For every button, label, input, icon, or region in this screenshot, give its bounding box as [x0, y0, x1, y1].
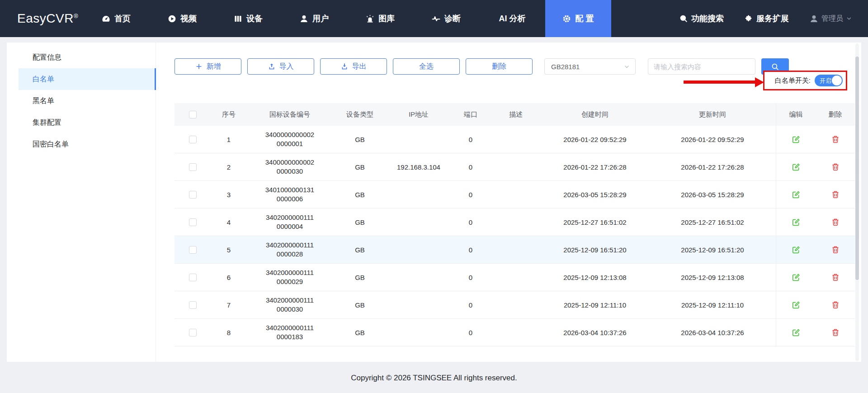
- whitelist-toggle-state: 开启: [820, 77, 831, 85]
- trash-icon[interactable]: [831, 246, 840, 254]
- cell-device-type: GB: [333, 208, 387, 236]
- device-id-line2: 0000030: [277, 305, 303, 314]
- row-checkbox[interactable]: [189, 163, 197, 171]
- row-checkbox[interactable]: [189, 218, 197, 226]
- sidebar-item-label: 配置信息: [33, 53, 61, 62]
- device-id-line1: 3402000000111: [266, 268, 314, 277]
- cell-ip: [387, 319, 450, 346]
- device-id-line2: 0000030: [277, 167, 303, 176]
- edit-icon[interactable]: [792, 163, 800, 171]
- top-navbar: EasyCVR® 首页视频设备用户图库诊断AI 分析配 置 功能搜索服务扩展 管…: [0, 0, 868, 37]
- select-all-button[interactable]: 全选: [393, 58, 460, 75]
- cell-edit: [776, 126, 816, 153]
- nav-item-user[interactable]: 用户: [281, 0, 347, 37]
- edit-icon[interactable]: [792, 218, 800, 227]
- cell-index: 3: [211, 181, 247, 208]
- cell-port: 0: [450, 181, 491, 208]
- edit-icon[interactable]: [792, 301, 800, 309]
- search-input[interactable]: [648, 58, 755, 75]
- trash-icon[interactable]: [831, 163, 840, 171]
- cell-index: 7: [211, 291, 247, 318]
- trash-icon[interactable]: [831, 328, 840, 336]
- cell-ip: 192.168.3.104: [387, 153, 450, 180]
- export-button[interactable]: 导出: [320, 58, 387, 75]
- nav-item-device[interactable]: 设备: [215, 0, 281, 37]
- sidebar-item-3[interactable]: 集群配置: [19, 112, 156, 133]
- device-id-line2: 0000183: [277, 332, 303, 341]
- cell-created: 2026-01-22 17:26:28: [541, 153, 649, 180]
- sidebar-item-1[interactable]: 白名单: [19, 68, 156, 90]
- cell-desc: [491, 153, 541, 180]
- add-button[interactable]: 新增: [175, 58, 241, 75]
- cell-device-id: 34020000001110000028: [247, 236, 333, 263]
- nav-item-label: 配 置: [575, 13, 594, 24]
- trash-icon[interactable]: [831, 190, 840, 199]
- cell-created: 2026-03-04 10:37:26: [541, 319, 649, 346]
- edit-icon[interactable]: [792, 328, 800, 337]
- row-checkbox[interactable]: [189, 329, 197, 336]
- cell-device-type: GB: [333, 291, 387, 318]
- cell-desc: [491, 291, 541, 318]
- header-cell-6: 描述: [491, 103, 541, 126]
- cell-delete: [816, 126, 855, 153]
- row-checkbox[interactable]: [189, 136, 197, 143]
- trash-icon[interactable]: [831, 273, 840, 281]
- row-checkbox[interactable]: [189, 246, 197, 254]
- sidebar-item-4[interactable]: 国密白名单: [19, 133, 156, 155]
- cell-desc: [491, 236, 541, 263]
- cell-created: 2026-01-22 09:52:29: [541, 126, 649, 153]
- row-checkbox[interactable]: [189, 274, 197, 281]
- nav-link-feature-search[interactable]: 功能搜索: [679, 13, 724, 24]
- content-area: 新增导入导出全选删除 GB28181 白名单开关: 开启 序号国标设备编号设备类…: [156, 43, 861, 362]
- sidebar-item-2[interactable]: 黑名单: [19, 90, 156, 112]
- button-label: 新增: [207, 62, 221, 71]
- user-avatar-icon: [810, 14, 818, 23]
- cell-port: 0: [450, 153, 491, 180]
- nav-item-ai-analysis[interactable]: AI 分析: [479, 0, 545, 37]
- row-checkbox[interactable]: [189, 301, 197, 309]
- nav-item-home[interactable]: 首页: [83, 0, 149, 37]
- header-cell-2: 国标设备编号: [247, 103, 333, 126]
- sidebar-item-label: 白名单: [33, 75, 54, 84]
- import-button[interactable]: 导入: [247, 58, 314, 75]
- cell-device-type: GB: [333, 236, 387, 263]
- table-header-row: 序号国标设备编号设备类型IP地址端口描述创建时间更新时间编辑删除: [175, 103, 855, 126]
- row-select-cell: [175, 319, 211, 346]
- edit-icon[interactable]: [792, 135, 800, 144]
- cell-updated: 2025-12-09 16:51:20: [649, 236, 776, 263]
- footer-copyright: Copyright © 2026 TSINGSEE All rights res…: [0, 374, 868, 383]
- trash-icon[interactable]: [831, 135, 840, 143]
- delete-button[interactable]: 删除: [466, 58, 533, 75]
- sidebar-item-0[interactable]: 配置信息: [19, 47, 156, 68]
- row-select-cell: [175, 153, 211, 180]
- device-id-line1: 3402000000111: [266, 241, 314, 250]
- edit-icon[interactable]: [792, 190, 800, 199]
- cell-device-id: 34010000001310000006: [247, 181, 333, 208]
- edit-icon[interactable]: [792, 273, 800, 282]
- header-cell-7: 创建时间: [541, 103, 649, 126]
- config-icon: [562, 14, 571, 23]
- protocol-select[interactable]: GB28181: [544, 58, 636, 75]
- toolbar: 新增导入导出全选删除 GB28181: [175, 58, 861, 75]
- whitelist-toggle[interactable]: 开启: [815, 75, 843, 86]
- select-all-checkbox[interactable]: [189, 111, 197, 118]
- trash-icon[interactable]: [831, 218, 840, 226]
- scrollbar-thumb[interactable]: [855, 57, 859, 280]
- nav-item-config[interactable]: 配 置: [545, 0, 611, 37]
- row-checkbox[interactable]: [189, 191, 197, 199]
- nav-links: 功能搜索服务扩展: [679, 13, 789, 24]
- nav-item-diagnosis[interactable]: 诊断: [413, 0, 479, 37]
- nav-link-service-extend[interactable]: 服务扩展: [745, 13, 789, 24]
- edit-icon[interactable]: [792, 246, 800, 254]
- chevron-down-icon: [624, 64, 630, 70]
- gallery-icon: [366, 14, 374, 23]
- app-logo[interactable]: EasyCVR®: [17, 11, 83, 26]
- diagnosis-icon: [432, 14, 440, 23]
- cell-index: 5: [211, 236, 247, 263]
- user-menu[interactable]: 管理员: [810, 14, 852, 24]
- cell-index: 8: [211, 319, 247, 346]
- nav-item-gallery[interactable]: 图库: [347, 0, 413, 37]
- whitelist-table: 序号国标设备编号设备类型IP地址端口描述创建时间更新时间编辑删除 1340000…: [175, 103, 855, 346]
- trash-icon[interactable]: [831, 301, 840, 309]
- nav-item-video[interactable]: 视频: [149, 0, 215, 37]
